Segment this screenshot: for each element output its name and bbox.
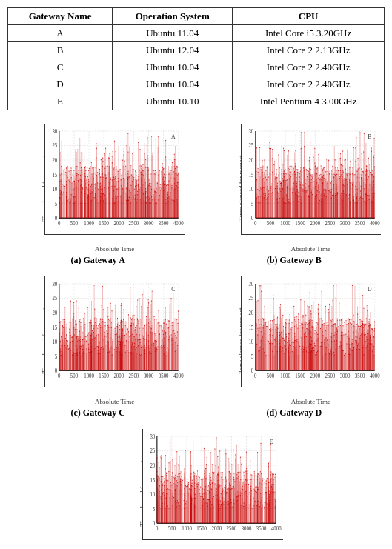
svg-point-1354 — [336, 176, 336, 176]
svg-point-5781 — [187, 481, 188, 482]
chart-c: Time elapsed for request 051015202530050… — [7, 276, 188, 419]
svg-point-1762 — [313, 187, 313, 187]
svg-point-3323 — [96, 335, 97, 336]
svg-point-2190 — [317, 167, 318, 167]
svg-point-2893 — [99, 323, 100, 324]
svg-point-4570 — [333, 354, 334, 355]
svg-point-3703 — [84, 324, 85, 325]
svg-point-3613 — [143, 338, 144, 339]
svg-point-4904 — [331, 337, 332, 338]
svg-point-851 — [94, 197, 95, 198]
svg-point-819 — [121, 175, 122, 176]
svg-point-1886 — [329, 171, 330, 172]
svg-text:1000: 1000 — [84, 373, 94, 380]
svg-point-6003 — [268, 463, 269, 464]
svg-point-4658 — [308, 306, 309, 307]
svg-point-47 — [107, 165, 108, 166]
svg-point-253 — [136, 172, 136, 173]
svg-point-923 — [70, 170, 71, 171]
svg-point-1812 — [320, 165, 321, 166]
svg-point-2468 — [322, 176, 323, 177]
svg-point-3820 — [309, 292, 310, 293]
svg-point-3009 — [178, 310, 179, 311]
svg-point-1724 — [275, 176, 276, 177]
svg-point-6145 — [210, 477, 211, 478]
svg-point-2677 — [167, 319, 167, 319]
svg-point-3163 — [174, 319, 175, 319]
svg-point-2649 — [126, 322, 127, 322]
svg-point-1127 — [168, 173, 169, 174]
svg-point-4564 — [295, 336, 296, 337]
svg-text:4000: 4000 — [271, 525, 282, 533]
svg-point-3223 — [94, 309, 95, 310]
svg-point-1618 — [314, 162, 315, 163]
svg-point-1069 — [162, 184, 162, 184]
svg-point-3473 — [116, 339, 116, 340]
svg-point-1007 — [156, 188, 157, 189]
svg-point-1137 — [138, 179, 139, 180]
svg-point-2873 — [84, 313, 85, 313]
svg-point-2238 — [366, 165, 367, 166]
svg-point-1944 — [343, 193, 344, 193]
svg-point-219 — [170, 170, 170, 170]
svg-point-5233 — [204, 448, 205, 449]
svg-point-3513 — [119, 327, 119, 328]
svg-point-3531 — [134, 319, 135, 319]
svg-point-4396 — [290, 332, 290, 333]
svg-point-3633 — [142, 299, 142, 299]
svg-point-2505 — [123, 309, 124, 310]
svg-point-5697 — [187, 501, 187, 502]
svg-point-4508 — [283, 326, 284, 327]
svg-point-3015 — [162, 315, 162, 316]
svg-point-3523 — [161, 345, 162, 345]
svg-point-3681 — [80, 341, 81, 342]
svg-point-2611 — [144, 325, 145, 325]
svg-point-6101 — [243, 482, 244, 482]
svg-point-2280 — [295, 163, 296, 164]
svg-point-2394 — [368, 170, 369, 170]
svg-point-4460 — [341, 319, 342, 320]
svg-point-1187 — [145, 193, 146, 194]
svg-point-655 — [110, 179, 111, 180]
svg-point-977 — [173, 190, 174, 190]
svg-point-235 — [80, 175, 81, 176]
svg-point-729 — [64, 186, 65, 187]
svg-point-3924 — [335, 325, 336, 325]
svg-point-5699 — [265, 482, 265, 483]
svg-point-4106 — [299, 325, 300, 325]
svg-point-2306 — [345, 179, 345, 180]
svg-point-4858 — [328, 309, 329, 310]
svg-point-4426 — [270, 327, 270, 327]
svg-point-4288 — [285, 323, 286, 324]
svg-point-5825 — [217, 488, 218, 489]
svg-point-3537 — [140, 355, 141, 356]
svg-text:30: 30 — [52, 127, 57, 135]
svg-point-1368 — [256, 147, 257, 148]
svg-point-885 — [125, 193, 126, 193]
svg-point-1103 — [147, 188, 147, 189]
svg-point-2384 — [281, 169, 282, 170]
svg-point-3239 — [106, 330, 107, 330]
svg-point-3205 — [90, 339, 90, 339]
svg-point-3055 — [148, 299, 149, 299]
svg-point-4388 — [312, 322, 313, 322]
svg-point-3475 — [96, 317, 96, 318]
svg-point-477 — [61, 166, 62, 167]
svg-point-2074 — [282, 180, 283, 181]
svg-point-6015 — [244, 485, 245, 485]
svg-point-3982 — [313, 327, 314, 327]
svg-point-4876 — [342, 350, 343, 351]
svg-point-3279 — [93, 329, 93, 330]
svg-point-5555 — [205, 473, 205, 473]
svg-point-1616 — [329, 173, 330, 174]
svg-point-2366 — [325, 171, 326, 172]
svg-point-2637 — [104, 335, 104, 336]
svg-point-1660 — [327, 171, 328, 172]
svg-point-3930 — [284, 340, 285, 341]
svg-point-4848 — [288, 325, 288, 325]
svg-point-4140 — [296, 299, 296, 299]
svg-point-3898 — [351, 324, 352, 325]
svg-point-3359 — [59, 333, 60, 333]
svg-point-3565 — [171, 340, 172, 341]
svg-point-813 — [151, 189, 152, 190]
